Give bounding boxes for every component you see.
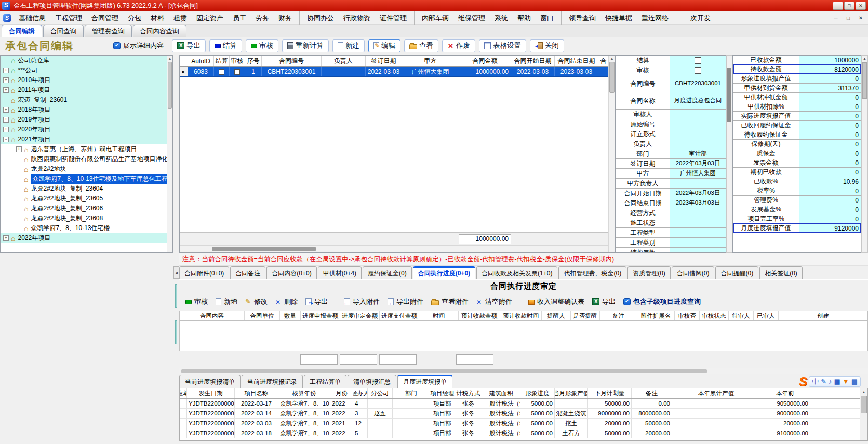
tree-item[interactable]: + 2019年项目 (1, 115, 167, 125)
column-header[interactable]: 合同金额 (459, 56, 511, 66)
column-header[interactable]: 核算年份 (278, 388, 330, 398)
detail-field-value[interactable]: 月度进度总包合同 (670, 92, 726, 109)
column-header[interactable]: 待审人 (729, 311, 754, 320)
column-header[interactable]: 本年前 (760, 388, 810, 398)
menu-item[interactable]: 员工 (228, 11, 251, 25)
menu-item[interactable]: 材料 (146, 11, 169, 25)
detail-field-value[interactable] (670, 208, 726, 218)
tree-expand-toggle[interactable]: + (3, 107, 9, 113)
finance-field-value[interactable]: 0 (799, 74, 861, 83)
column-header[interactable]: 进度申报金额 (301, 311, 340, 320)
sub-tab[interactable]: 代扣管理费、税金(0) (558, 266, 626, 279)
menu-item[interactable]: 内部车辆 (417, 11, 453, 25)
scroll-up-icon[interactable]: ▲ (860, 388, 867, 395)
column-header[interactable]: 月份 (330, 388, 353, 398)
progress-hscrollbar[interactable] (179, 368, 868, 374)
menu-item[interactable]: 协同办公 (302, 11, 339, 25)
toolbar-button[interactable]: 导出 (172, 39, 206, 52)
scroll-thumb[interactable] (862, 62, 867, 99)
detail-field-value[interactable]: 2022年03月03日 (670, 159, 726, 168)
tree-scrollbar[interactable]: ▲ (167, 56, 172, 252)
column-header[interactable]: 分公司 (368, 388, 393, 398)
column-header[interactable]: 发生日期 (187, 388, 235, 398)
scroll-thumb[interactable] (168, 62, 172, 109)
table-row[interactable]: YJDTB22000000 2022-03-14 众凯学府7、8、10 2022… (180, 409, 860, 419)
scroll-thumb[interactable] (181, 369, 707, 373)
finance-field-value[interactable]: 0 (799, 130, 861, 139)
column-header[interactable]: 计税方式 (455, 388, 482, 398)
column-header[interactable]: 已审人 (754, 311, 779, 320)
column-header[interactable]: 预计收款时间 (500, 311, 542, 320)
cell-settle-checkbox[interactable] (214, 67, 230, 76)
finance-field-value[interactable]: 0 (799, 186, 861, 195)
progress-toolbar-button[interactable]: 导出附件 (388, 297, 423, 306)
column-header[interactable]: 审核状态 (700, 311, 729, 320)
bottom-tab[interactable]: 当前进度填报清单 (179, 375, 241, 388)
toolbar-button[interactable]: 新建 (332, 39, 365, 52)
finance-field-value[interactable]: 0 (799, 205, 861, 214)
cell-audit-checkbox[interactable] (230, 67, 245, 76)
column-header[interactable]: 数量 (280, 311, 301, 320)
menu-item[interactable]: 劳务 (251, 11, 274, 25)
detail-field-value[interactable]: 2022年03月03日 (670, 189, 726, 198)
bottom-tab[interactable]: 当前进度填报记录 (242, 375, 303, 388)
show-detail-checkbox-group[interactable]: 展示详细内容 (113, 41, 164, 50)
sub-tab[interactable]: 甲供材(0+4) (318, 266, 362, 279)
column-header[interactable]: 下月计划量 (588, 388, 632, 398)
menu-item[interactable]: 合同管理 (87, 11, 123, 25)
tree-item[interactable]: 龙鼎2#2地块_复制_23606 (1, 204, 167, 213)
column-header[interactable]: 项目经理 (430, 388, 455, 398)
column-header[interactable] (180, 56, 188, 66)
bottom-tab[interactable]: 工程结算单 (304, 375, 346, 388)
detail-field-value[interactable] (670, 179, 726, 188)
minimize-button[interactable]: ─ (833, 2, 843, 10)
detail-field-value[interactable]: CBHT220303001 (670, 75, 726, 92)
detail-field-value[interactable] (670, 119, 726, 129)
menu-item[interactable]: 重连网络 (637, 11, 676, 25)
detail-field-value[interactable] (670, 228, 726, 237)
progress-toolbar-button[interactable]: 查看附件 (431, 297, 469, 306)
sub-tab[interactable]: 资质管理(0) (627, 266, 671, 279)
tree-item[interactable]: + 2010年项目 (1, 75, 167, 85)
toolbar-button[interactable]: 关闭 (530, 39, 564, 52)
tree-item[interactable]: 龙鼎2#2地块_复制_23605 (1, 194, 167, 204)
scroll-up-icon[interactable]: ▲ (167, 56, 172, 61)
ime-lang-icon[interactable]: 中 (812, 378, 819, 386)
column-header[interactable]: 是否提醒 (571, 311, 600, 320)
progress-toolbar-button[interactable]: 审核 (185, 297, 208, 306)
tree-item[interactable]: + 2011年项目 (1, 85, 167, 95)
detail-field-value[interactable] (670, 238, 726, 247)
column-header[interactable]: 备注 (632, 388, 672, 398)
tree-item[interactable]: - 2021年项目 (1, 134, 167, 144)
sub-tab[interactable]: 相关签证(0) (759, 266, 803, 279)
menu-item[interactable]: 分包 (123, 11, 146, 25)
toolbar-button[interactable]: 查看 (404, 39, 438, 52)
show-detail-checkbox[interactable] (113, 42, 121, 49)
column-header[interactable]: 序号 (245, 56, 262, 66)
tree-expand-toggle[interactable]: + (3, 87, 9, 93)
progress-toolbar-button[interactable]: 导出 (592, 297, 616, 306)
menu-item[interactable]: 帮助 (513, 11, 536, 25)
tree-item[interactable]: + ***公司 (1, 65, 167, 75)
tree-item[interactable]: + 远东普惠（上海、苏州）弱电工程项目 (1, 144, 167, 154)
table-row[interactable]: YJDTB22000000 2022-03-17 众凯学府7、8、10 2022… (180, 399, 860, 409)
tree-item[interactable]: 众凯学府7、8、10-13住宅楼 (1, 223, 167, 233)
grid-hscrollbar[interactable] (180, 245, 608, 252)
menu-item[interactable]: 快捷单据 (600, 11, 637, 25)
sub-tab[interactable]: 合同备注 (230, 266, 265, 279)
finance-field-value[interactable]: 0 (799, 93, 861, 102)
tree-expand-toggle[interactable]: + (3, 68, 9, 73)
table-row[interactable]: YJDTB22000000 2022-03-03 众凯学府7、8、10 2021… (180, 419, 860, 428)
progress-toolbar-button[interactable]: 修改 (245, 297, 268, 306)
column-header[interactable]: 本年累计产值 (672, 388, 760, 398)
column-header[interactable]: 合同结束日期 (555, 56, 598, 66)
menu-item[interactable]: 窗口 (536, 11, 562, 25)
scroll-thumb[interactable] (212, 247, 316, 251)
menu-item[interactable]: 二次开发 (679, 11, 715, 25)
sub-tab[interactable]: 合同提醒(0) (715, 266, 758, 279)
detail-field-value[interactable] (670, 65, 726, 75)
toolbar-button[interactable]: 表格设置 (479, 39, 526, 52)
contract-row[interactable]: 6083 1 CBHT220303001 2022-03-03 广州恒大集团 1… (180, 67, 608, 77)
document-tab[interactable]: 合同查询 (43, 25, 84, 37)
column-header[interactable]: 部门 (393, 388, 430, 398)
